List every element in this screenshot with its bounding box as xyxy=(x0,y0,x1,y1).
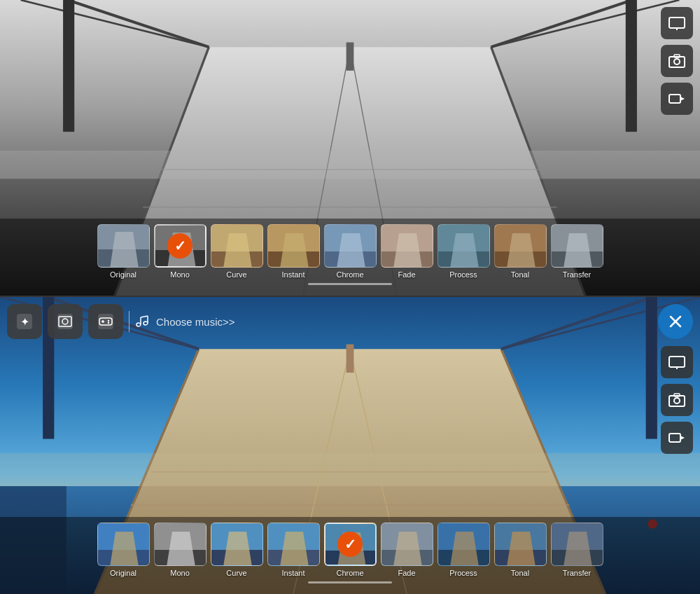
svg-point-92 xyxy=(674,398,680,403)
bottom-toolbar: ✦ xyxy=(7,304,658,339)
svg-rect-14 xyxy=(63,0,74,132)
svg-rect-78 xyxy=(98,314,113,329)
filter-thumb-process-top xyxy=(438,224,490,268)
filter-thumb-mono-bottom xyxy=(154,523,206,566)
music-icon xyxy=(135,314,150,329)
svg-text:✦: ✦ xyxy=(20,316,29,328)
filter-thumb-transfer-top xyxy=(551,224,603,268)
svg-rect-18 xyxy=(669,18,685,28)
filter-tonal-bottom[interactable]: Tonal xyxy=(494,523,547,577)
filter-mono-top[interactable]: ✓ Mono xyxy=(154,224,206,279)
svg-rect-70 xyxy=(346,345,354,373)
thumb-scene-instant-c xyxy=(268,523,320,566)
filter-transfer-bottom[interactable]: Transfer xyxy=(551,523,603,577)
svg-rect-17 xyxy=(346,42,354,70)
filter-original-bottom[interactable]: Original xyxy=(97,523,150,577)
top-panel: Original ✓ Mono xyxy=(0,0,700,297)
filter-curve-bottom[interactable]: Curve xyxy=(211,523,263,577)
toolbar-divider xyxy=(129,311,130,332)
svg-point-82 xyxy=(108,320,109,322)
filter-fade-bottom[interactable]: Fade xyxy=(381,523,433,577)
filter-thumb-curve-top xyxy=(211,224,263,268)
filter-chrome-bottom[interactable]: ✓ Chrome xyxy=(324,523,377,577)
bottom-filter-strip: Original Mono xyxy=(0,517,700,594)
video-icon xyxy=(668,90,686,108)
filter-process-top[interactable]: Process xyxy=(438,224,490,279)
camera-icon-btn-bottom[interactable] xyxy=(661,384,693,416)
check-mark-top: ✓ xyxy=(167,233,192,258)
filter-label-mono-top: Mono xyxy=(170,270,190,279)
screen-icon xyxy=(668,14,686,32)
filter-process-bottom[interactable]: Process xyxy=(438,523,490,577)
thumb-scene-chrome xyxy=(325,225,377,268)
top-filter-strip: Original ✓ Mono xyxy=(0,219,700,296)
bottom-filter-items: Original Mono xyxy=(7,523,693,577)
filter-thumb-fade-bottom xyxy=(381,523,433,566)
video-icon-btn-bottom[interactable] xyxy=(661,422,693,454)
thumb-scene xyxy=(98,225,150,268)
filter-original-top[interactable]: Original xyxy=(97,224,150,279)
camera-icon-bottom xyxy=(668,391,686,409)
filter-thumb-curve-bottom xyxy=(211,523,263,566)
filter-label-chrome-bottom: Chrome xyxy=(336,569,363,577)
thumb-scene-mono-c xyxy=(155,523,206,566)
filter-thumb-tonal-top xyxy=(494,224,547,268)
filter-label-curve-top: Curve xyxy=(226,270,246,279)
bottom-panel: ✦ xyxy=(0,297,700,594)
filter-chrome-top[interactable]: Chrome xyxy=(324,224,377,279)
svg-marker-25 xyxy=(680,97,685,101)
screen-icon-btn-bottom[interactable] xyxy=(661,346,693,378)
thumb-scene-instant xyxy=(268,225,320,268)
filter-transfer-top[interactable]: Transfer xyxy=(551,224,603,279)
filter-thumb-mono-top: ✓ xyxy=(154,224,206,268)
filter-instant-bottom[interactable]: Instant xyxy=(267,523,320,577)
close-icon xyxy=(666,312,685,331)
scroll-indicator-top xyxy=(308,283,392,285)
svg-line-84 xyxy=(141,316,148,317)
svg-marker-95 xyxy=(680,436,685,440)
svg-rect-24 xyxy=(669,95,680,103)
scroll-indicator-bottom xyxy=(308,581,392,583)
filter-label-instant-top: Instant xyxy=(281,270,304,279)
gamepad-btn[interactable] xyxy=(88,304,123,339)
bottom-panel-right-icons xyxy=(661,346,693,454)
thumb-scene-fade-c xyxy=(382,523,433,566)
thumb-scene-curve-c xyxy=(211,523,263,566)
close-btn[interactable] xyxy=(658,304,693,339)
filter-thumb-tonal-bottom xyxy=(494,523,547,566)
filter-curve-top[interactable]: Curve xyxy=(211,224,263,279)
camera-icon-btn[interactable] xyxy=(661,45,693,77)
filter-label-fade-bottom: Fade xyxy=(398,569,415,577)
filter-thumb-chrome-bottom: ✓ xyxy=(324,523,377,566)
filter-thumb-fade-top xyxy=(381,224,433,268)
filter-mono-bottom[interactable]: Mono xyxy=(154,523,206,577)
thumb-scene-transfer xyxy=(552,225,603,268)
wand-btn[interactable]: ✦ xyxy=(7,304,42,339)
wand-icon: ✦ xyxy=(15,312,34,331)
svg-rect-15 xyxy=(626,0,637,132)
filter-label-process-top: Process xyxy=(449,270,477,279)
svg-rect-16 xyxy=(0,151,700,179)
filter-label-curve-bottom: Curve xyxy=(226,569,246,577)
video-icon-btn[interactable] xyxy=(661,83,693,115)
music-label[interactable]: Choose music>> xyxy=(156,316,235,328)
gamepad-icon xyxy=(96,312,115,331)
filter-fade-top[interactable]: Fade xyxy=(381,224,433,279)
photo-btn[interactable] xyxy=(48,304,83,339)
filter-tonal-top[interactable]: Tonal xyxy=(494,224,547,279)
screen-icon-bottom xyxy=(668,353,686,371)
top-panel-right-icons xyxy=(661,7,693,115)
filter-label-tonal-top: Tonal xyxy=(511,270,529,279)
music-area[interactable]: Choose music>> xyxy=(135,314,235,329)
thumb-scene-transfer-c xyxy=(552,523,603,566)
filter-label-mono-bottom: Mono xyxy=(170,569,190,577)
thumb-scene-fade xyxy=(382,225,433,268)
filter-label-instant-bottom: Instant xyxy=(281,569,304,577)
svg-point-83 xyxy=(108,322,109,324)
thumb-scene-tonal xyxy=(495,225,547,268)
filter-instant-top[interactable]: Instant xyxy=(267,224,320,279)
svg-point-22 xyxy=(674,59,680,64)
filter-label-transfer-bottom: Transfer xyxy=(563,569,592,577)
filter-label-transfer-top: Transfer xyxy=(563,270,592,279)
screen-icon-btn[interactable] xyxy=(661,7,693,39)
